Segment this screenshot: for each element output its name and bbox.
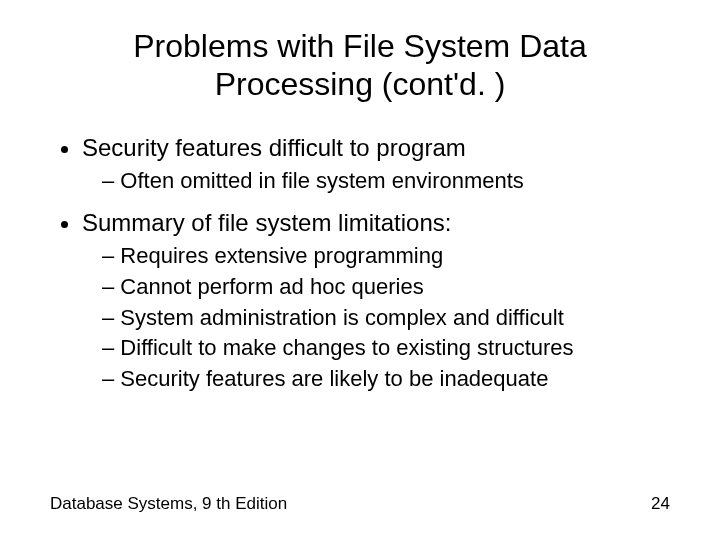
slide-title: Problems with File System Data Processin… <box>50 28 670 104</box>
bullet-list: Security features difficult to program O… <box>50 132 670 396</box>
sub-list: Often omitted in file system environment… <box>82 166 670 197</box>
bullet-text: Security features difficult to program <box>82 134 466 161</box>
slide: Problems with File System Data Processin… <box>0 0 720 540</box>
sub-item: System administration is complex and dif… <box>102 303 670 334</box>
footer: Database Systems, 9 th Edition 24 <box>50 494 670 514</box>
sub-item: Difficult to make changes to existing st… <box>102 333 670 364</box>
sub-item: Security features are likely to be inade… <box>102 364 670 395</box>
page-number: 24 <box>651 494 670 514</box>
sub-item: Requires extensive programming <box>102 241 670 272</box>
list-item: Summary of file system limitations: Requ… <box>82 207 670 395</box>
footer-source: Database Systems, 9 th Edition <box>50 494 287 514</box>
sub-item: Cannot perform ad hoc queries <box>102 272 670 303</box>
sub-list: Requires extensive programming Cannot pe… <box>82 241 670 395</box>
list-item: Security features difficult to program O… <box>82 132 670 197</box>
bullet-text: Summary of file system limitations: <box>82 209 451 236</box>
sub-item: Often omitted in file system environment… <box>102 166 670 197</box>
